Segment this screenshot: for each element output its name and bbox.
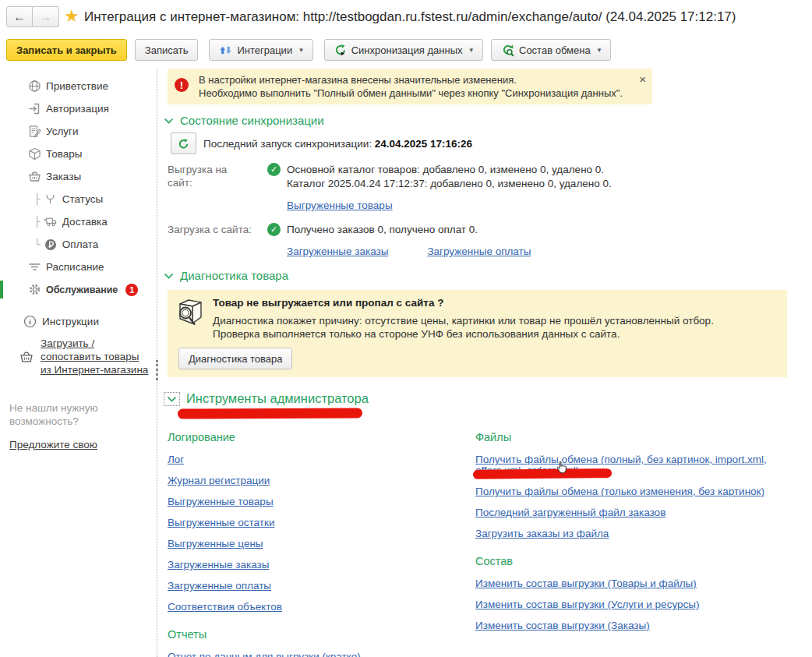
info-icon: [23, 315, 37, 328]
downloaded-orders-link[interactable]: Загруженные заказы: [287, 245, 388, 259]
load-match-line[interactable]: Загрузить /: [41, 337, 94, 349]
diagnostics-section-header[interactable]: Диагностика товара: [164, 269, 787, 282]
refresh-row: Последний запуск синхронизации: 24.04.20…: [171, 132, 787, 154]
exchange-content-button[interactable]: Состав обмена ▾: [491, 39, 611, 61]
uploaded-stock-link[interactable]: Выгруженные остатки: [168, 517, 475, 528]
load-match-line[interactable]: сопоставить товары: [41, 351, 139, 362]
chevron-down-icon[interactable]: [164, 273, 174, 279]
logging-links: Лог Журнал регистрации Выгруженные товар…: [168, 454, 475, 613]
uploaded-goods-link[interactable]: Выгруженные товары: [168, 496, 475, 507]
downloaded-payments-link[interactable]: Загруженные оплаты: [427, 245, 531, 259]
download-status-row: Загрузка с сайта: ✓ Получено заказов 0, …: [168, 223, 787, 259]
integrations-button[interactable]: Интеграции ▾: [209, 39, 312, 61]
change-upload-content-orders-link[interactable]: Изменить состав выгрузки (Заказы): [475, 620, 789, 631]
change-upload-content-services-link[interactable]: Изменить состав выгрузки (Услуги и ресур…: [475, 599, 789, 610]
mouse-cursor-icon: [555, 460, 568, 475]
warning-banner: ! В настройки интернет-магазина внесены …: [168, 69, 652, 104]
warning-icon: !: [175, 78, 189, 92]
suggest-feature-link[interactable]: Предложите свою: [9, 439, 97, 450]
object-matching-link[interactable]: Соответствия объектов: [168, 602, 475, 613]
save-button[interactable]: Записать: [135, 39, 199, 61]
red-marker-underline: [473, 468, 612, 479]
sync-status-section-header[interactable]: Состояние синхронизации: [164, 114, 787, 127]
sidebar-item-label: Доставка: [62, 216, 108, 228]
upload-report-brief-link[interactable]: Отчет по данным для выгрузки (кратко): [168, 652, 475, 657]
chevron-down-icon[interactable]: [164, 118, 174, 124]
tree-branch: ├: [34, 193, 41, 205]
sync-data-button[interactable]: Синхронизация данных ▾: [324, 39, 483, 61]
diagnostics-box: Товар не выгружается или пропал с сайта …: [168, 290, 787, 377]
history-nav: ← →: [6, 6, 59, 27]
favorite-star-icon[interactable]: ★: [64, 6, 79, 26]
sidebar-item-greeting[interactable]: Приветствие: [0, 75, 157, 97]
load-match-line[interactable]: из Интернет-магазина: [41, 364, 148, 376]
toolbar: Записать и закрыть Записать Интеграции ▾: [6, 39, 611, 61]
registration-journal-link[interactable]: Журнал регистрации: [168, 475, 475, 486]
sync-icon: [334, 44, 347, 56]
upload-line2: Каталог 2025.04.24 17:12:37: добавлено 0…: [287, 177, 612, 191]
back-arrow-icon: ←: [13, 10, 26, 24]
download-line: Получено заказов 0, получено оплат 0.: [287, 223, 531, 237]
download-status-body: Получено заказов 0, получено оплат 0. За…: [287, 223, 531, 259]
admin-tools-section-header[interactable]: Инструменты администратора: [164, 391, 787, 406]
uploaded-prices-link[interactable]: Выгруженные цены: [168, 539, 475, 549]
last-orders-file-link[interactable]: Последний загруженный файл заказов: [475, 507, 789, 518]
save-and-close-button[interactable]: Записать и закрыть: [6, 39, 127, 61]
admin-tools-columns: Логирование Лог Журнал регистрации Выгру…: [168, 429, 787, 657]
reports-group-title: Отчеты: [168, 628, 475, 641]
truck-icon: [43, 216, 58, 228]
notification-badge: 1: [125, 284, 138, 296]
instructions-label: Инструкции: [42, 316, 99, 327]
forward-button[interactable]: →: [33, 6, 59, 27]
close-icon[interactable]: ×: [639, 72, 646, 86]
package-icon: [26, 147, 42, 161]
load-orders-from-file-link[interactable]: Загрузить заказы из файла: [475, 528, 789, 539]
diagnostics-button[interactable]: Диагностика товара: [178, 348, 292, 369]
success-check-icon: ✓: [267, 163, 281, 176]
chevron-down-icon: ▾: [299, 46, 303, 54]
diagnostics-description: Диагностика покажет причину: отсутствие …: [213, 314, 776, 341]
success-check-icon: ✓: [267, 223, 281, 236]
sidebar-item-label: Приветствие: [46, 80, 108, 92]
log-link[interactable]: Лог: [168, 454, 475, 465]
downloaded-orders-link[interactable]: Загруженные заказы: [168, 560, 475, 570]
sidebar-item-maintenance[interactable]: Обслуживание 1: [0, 278, 157, 301]
refresh-button[interactable]: [171, 132, 196, 154]
sidebar-item-delivery[interactable]: ├ Доставка: [0, 210, 157, 233]
sidebar-splitter[interactable]: [157, 69, 157, 657]
chevron-down-icon: ▾: [598, 46, 602, 54]
login-icon: [26, 102, 42, 115]
get-exchange-files-changes-link[interactable]: Получить файлы обмена (только изменения,…: [475, 486, 789, 497]
content-links: Изменить состав выгрузки (Товары и файлы…: [475, 578, 789, 631]
downloaded-payments-link[interactable]: Загруженные оплаты: [168, 581, 475, 592]
tree-corner: └: [34, 238, 41, 250]
exchange-content-icon: [501, 44, 514, 57]
suggest-feature-link-wrap: Предложите свою: [0, 439, 157, 450]
chevron-down-icon[interactable]: [164, 392, 180, 406]
sidebar-item-services[interactable]: Услуги: [0, 120, 157, 143]
schedule-icon: [26, 261, 42, 273]
forward-arrow-icon: →: [40, 10, 52, 24]
back-button[interactable]: ←: [6, 6, 33, 27]
sidebar-item-payment[interactable]: └ Оплата: [0, 233, 157, 256]
sidebar-item-schedule[interactable]: Расписание: [0, 256, 157, 278]
change-upload-content-goods-link[interactable]: Изменить состав выгрузки (Товары и файлы…: [475, 578, 789, 589]
document-pencil-icon: [26, 125, 42, 138]
upload-status-body: Основной каталог товаров: добавлено 0, и…: [287, 163, 612, 213]
sidebar-item-instructions[interactable]: Инструкции: [0, 315, 157, 328]
sidebar-item-authorization[interactable]: Авторизация: [0, 97, 157, 120]
sidebar-item-label: Обслуживание: [46, 284, 118, 295]
sidebar-item-statuses[interactable]: ├ Статусы: [0, 188, 157, 210]
box-magnifier-icon: [175, 298, 205, 330]
integrations-label: Интеграции: [237, 44, 292, 56]
chevron-down-icon: ▾: [469, 46, 473, 54]
admin-tools-left-column: Логирование Лог Журнал регистрации Выгру…: [168, 429, 475, 657]
sidebar-item-orders[interactable]: Заказы: [0, 165, 157, 188]
section-title: Состояние синхронизации: [180, 114, 324, 127]
upload-line1: Основной каталог товаров: добавлено 0, и…: [287, 163, 612, 177]
main-content: ! В настройки интернет-магазина внесены …: [168, 69, 787, 657]
uploaded-goods-link[interactable]: Выгруженные товары: [287, 199, 393, 213]
sidebar-item-goods[interactable]: Товары: [0, 143, 157, 165]
sidebar-item-label: Авторизация: [46, 103, 109, 115]
diagnostics-question: Товар не выгружается или пропал с сайта …: [213, 297, 776, 309]
